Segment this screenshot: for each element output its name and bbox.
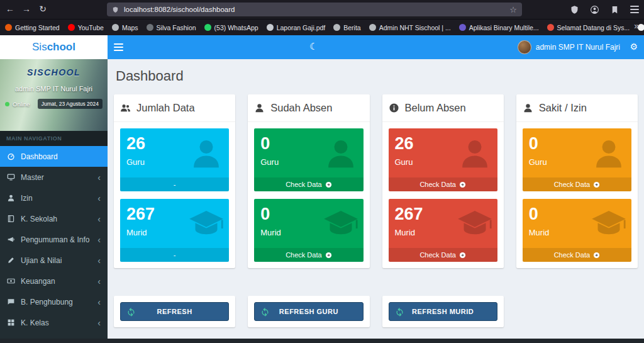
- arrow-circle-icon: [459, 181, 466, 188]
- app-logo[interactable]: Sischool: [0, 35, 108, 59]
- arrow-circle-icon: [459, 252, 466, 259]
- refresh-button-label: REFRESH GURU: [279, 308, 338, 315]
- info-box-footer[interactable]: -: [120, 248, 229, 262]
- bookmark-star-icon[interactable]: ☆: [509, 5, 517, 14]
- bookmark-label: Silva Fashion: [157, 24, 196, 31]
- bookmark-youtube[interactable]: YouTube: [68, 24, 104, 31]
- person-icon: [457, 136, 492, 171]
- check-data-link[interactable]: Check Data: [523, 177, 631, 191]
- sidebar-item-k-kelas[interactable]: K. Kelas ‹: [0, 312, 108, 333]
- sidebar-item-ujian-nilai[interactable]: Ujian & Nilai ‹: [0, 250, 108, 271]
- library-icon[interactable]: [610, 5, 619, 14]
- sidebar-toggle-icon[interactable]: [114, 43, 123, 53]
- footer-label: -: [174, 181, 176, 188]
- refresh-button[interactable]: REFRESH: [120, 302, 229, 321]
- sidebar-item-dashboard[interactable]: Dashboard: [0, 146, 108, 167]
- footer-label: Check Data: [286, 181, 321, 188]
- info-box-guru: 26 Guru Check Data: [389, 128, 497, 191]
- arrow-circle-icon: [593, 181, 600, 188]
- privacy-shield-icon[interactable]: [570, 5, 579, 14]
- sidebar-item-label: Izin: [21, 194, 33, 203]
- bottom-strip: [0, 339, 644, 343]
- footer-label: Check Data: [554, 181, 590, 188]
- bookmark-whatsapp[interactable]: (53) WhatsApp: [204, 24, 258, 31]
- account-icon[interactable]: [590, 5, 599, 14]
- bookmark-label: Getting Started: [15, 24, 60, 31]
- bookmark-selamat-datang[interactable]: Selamat Datang di Sys...: [547, 24, 630, 31]
- bookmark-berita[interactable]: Berita: [333, 24, 360, 31]
- sidebar-item-keuangan[interactable]: Keuangan ‹: [0, 271, 108, 291]
- forward-icon[interactable]: →: [20, 4, 33, 14]
- dark-mode-moon-icon[interactable]: ☾: [309, 41, 318, 52]
- favicon: [147, 24, 153, 31]
- sidebar-item-label: Pengumuman & Info: [21, 235, 89, 244]
- card-header: Sakit / Izin: [516, 94, 638, 122]
- card-jumlah-data: Jumlah Data 26 Guru - 267 Murid: [114, 94, 235, 268]
- card-header: Belum Absen: [382, 94, 504, 122]
- settings-gear-icon[interactable]: ⚙: [630, 42, 638, 52]
- sidebar-item-label: Master: [21, 173, 44, 182]
- status-row: Online Jumat, 23 Agustus 2024: [0, 99, 108, 109]
- sidebar-item-k-sekolah[interactable]: K. Sekolah ‹: [0, 208, 108, 229]
- sidebar-item-master[interactable]: Master ‹: [0, 167, 108, 188]
- person-icon: [323, 136, 358, 171]
- footer-label: -: [174, 251, 176, 259]
- url-text: localhost:8082/sischool/dashboard: [124, 6, 235, 13]
- user-menu[interactable]: admin SMP IT Nurul Fajri: [518, 35, 620, 59]
- bookmark-silva-fashion[interactable]: Silva Fashion: [147, 24, 196, 31]
- check-data-link[interactable]: Check Data: [389, 177, 497, 191]
- bookmark-getting-started[interactable]: Getting Started: [5, 24, 60, 31]
- bookmark-admin-nht[interactable]: Admin NHT Sischool | ...: [369, 24, 451, 31]
- url-bar[interactable]: localhost:8082/sischool/dashboard ☆: [107, 3, 522, 16]
- back-icon[interactable]: ←: [4, 4, 16, 14]
- check-data-link[interactable]: Check Data: [389, 248, 497, 262]
- sidebar-item-label: K. Kelas: [21, 318, 49, 327]
- dashboard-icon: [7, 152, 15, 160]
- graduation-cap-icon: [189, 206, 224, 242]
- person-icon: [189, 136, 224, 171]
- card-header: Jumlah Data: [114, 94, 235, 122]
- favicon: [369, 24, 376, 31]
- favicon: [267, 24, 274, 31]
- menu-icon[interactable]: [630, 4, 639, 15]
- page-title: Dashboard: [116, 68, 638, 84]
- sidebar-item-izin[interactable]: Izin ‹: [0, 188, 108, 208]
- info-box-murid: 0 Murid Check Data: [523, 199, 631, 262]
- sischool-logo: SISCHOOL: [0, 59, 108, 77]
- check-data-link[interactable]: Check Data: [254, 248, 363, 262]
- bookmark-maps[interactable]: Maps: [112, 24, 138, 31]
- footer-label: Check Data: [554, 251, 590, 259]
- sidebar-item-label: K. Sekolah: [21, 215, 57, 223]
- favicon: [5, 24, 12, 31]
- bookmark-laporan-gaji[interactable]: Laporan Gaji.pdf: [267, 24, 326, 31]
- favicon: [68, 24, 75, 31]
- refresh-guru-button[interactable]: REFRESH GURU: [254, 302, 363, 321]
- overflow-chevron-icon[interactable]: »: [634, 21, 639, 31]
- card-sudah-absen: Sudah Absen 0 Guru Check Data 0 M: [248, 94, 369, 268]
- refresh-murid-button[interactable]: REFRESH MURID: [389, 302, 497, 321]
- sidebar-item-b-penghubung[interactable]: B. Penghubung ‹: [0, 291, 108, 312]
- check-data-link[interactable]: Check Data: [254, 177, 363, 191]
- reload-icon[interactable]: ↻: [36, 4, 49, 14]
- person-icon: [254, 103, 265, 113]
- card-header: Sudah Absen: [248, 94, 369, 122]
- info-box-footer[interactable]: -: [120, 177, 229, 191]
- logo-bold: chool: [47, 41, 75, 53]
- refresh-icon: [260, 307, 270, 317]
- arrow-circle-icon: [325, 181, 332, 188]
- refresh-icon: [395, 307, 404, 317]
- card-title: Sakit / Izin: [539, 102, 587, 114]
- users-icon: [120, 103, 131, 113]
- date-badge: Jumat, 23 Agustus 2024: [38, 99, 103, 109]
- refresh-icon: [126, 307, 136, 317]
- chevron-left-icon: ‹: [97, 235, 101, 244]
- check-data-link[interactable]: Check Data: [523, 248, 631, 262]
- graduation-cap-icon: [323, 206, 358, 242]
- main-content: Dashboard Jumlah Data 26 Guru -: [108, 59, 644, 343]
- bookmark-label: Selamat Datang di Sys...: [557, 24, 630, 31]
- sidebar-item-pengumuman-info[interactable]: Pengumuman & Info ‹: [0, 229, 108, 250]
- bookmark-aplikasi-binary[interactable]: Aplikasi Binary Multile...: [459, 24, 539, 31]
- app-header: Sischool ☾ admin SMP IT Nurul Fajri ⚙: [0, 35, 644, 59]
- bookmark-label: (53) WhatsApp: [214, 24, 258, 31]
- tracking-shield-icon: [112, 6, 119, 13]
